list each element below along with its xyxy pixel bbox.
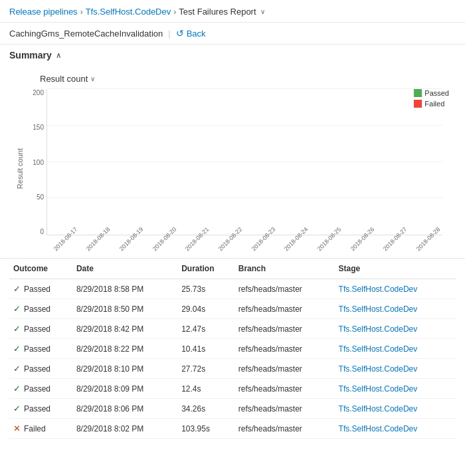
- col-stage: Stage: [335, 259, 456, 279]
- breadcrumb-sep1: ›: [80, 7, 83, 17]
- fail-icon: ✕: [13, 423, 21, 433]
- outcome-label-2: Passed: [24, 324, 50, 334]
- breadcrumb-part3: Test Failures Report: [179, 7, 256, 17]
- table-row: ✓Passed8/29/2018 8:58 PM25.73srefs/heads…: [9, 279, 456, 299]
- pass-icon: ✓: [13, 384, 21, 394]
- chart-title[interactable]: Result count ∨: [40, 74, 449, 84]
- cell-branch-7: refs/heads/master: [234, 419, 335, 439]
- cell-branch-4: refs/heads/master: [234, 359, 335, 379]
- cell-outcome-3: ✓Passed: [9, 339, 72, 359]
- cell-outcome-1: ✓Passed: [9, 299, 72, 319]
- pass-icon: ✓: [13, 344, 21, 354]
- cell-branch-5: refs/heads/master: [234, 379, 335, 399]
- pass-icon: ✓: [13, 364, 21, 374]
- breadcrumb-sep2: ›: [173, 7, 176, 17]
- cell-outcome-5: ✓Passed: [9, 379, 72, 399]
- cell-stage-3[interactable]: Tfs.SelfHost.CodeDev: [335, 339, 456, 359]
- chart-inner: Passed Failed 0 50 100 150 200: [27, 89, 449, 249]
- outcome-label-3: Passed: [24, 344, 50, 354]
- col-date: Date: [72, 259, 177, 279]
- pass-icon: ✓: [13, 324, 21, 334]
- cell-date-1: 8/29/2018 8:50 PM: [72, 299, 177, 319]
- cell-outcome-2: ✓Passed: [9, 319, 72, 339]
- y-axis-label: Result count: [16, 148, 24, 189]
- back-label: Back: [187, 29, 206, 39]
- cell-duration-3: 10.41s: [177, 339, 234, 359]
- summary-label: Summary: [9, 50, 52, 60]
- y-axis: 0 50 100 150 200: [27, 89, 46, 235]
- sub-header-divider: |: [168, 29, 170, 39]
- breadcrumb-part1[interactable]: Release pipelines: [9, 7, 78, 17]
- outcome-label-6: Passed: [24, 404, 50, 414]
- table-section: Outcome Date Duration Branch Stage ✓Pass…: [0, 259, 465, 439]
- outcome-label-5: Passed: [24, 384, 50, 394]
- cell-stage-7[interactable]: Tfs.SelfHost.CodeDev: [335, 419, 456, 439]
- y-tick-200: 200: [33, 89, 44, 96]
- cell-duration-5: 12.4s: [177, 379, 234, 399]
- cell-date-2: 8/29/2018 8:42 PM: [72, 319, 177, 339]
- cell-stage-6[interactable]: Tfs.SelfHost.CodeDev: [335, 399, 456, 419]
- pipeline-name: CachingGms_RemoteCacheInvalidation: [9, 29, 163, 39]
- cell-stage-4[interactable]: Tfs.SelfHost.CodeDev: [335, 359, 456, 379]
- chevron-up-icon: ∧: [56, 51, 61, 60]
- cell-date-5: 8/29/2018 8:09 PM: [72, 379, 177, 399]
- cell-date-3: 8/29/2018 8:22 PM: [72, 339, 177, 359]
- table-row: ✓Passed8/29/2018 8:06 PM34.26srefs/heads…: [9, 399, 456, 419]
- table-row: ✕Failed8/29/2018 8:02 PM103.95srefs/head…: [9, 419, 456, 439]
- pass-icon: ✓: [13, 304, 21, 314]
- table-row: ✓Passed8/29/2018 8:50 PM29.04srefs/heads…: [9, 299, 456, 319]
- table-row: ✓Passed8/29/2018 8:10 PM27.72srefs/heads…: [9, 359, 456, 379]
- cell-duration-0: 25.73s: [177, 279, 234, 299]
- back-icon: ↺: [176, 28, 184, 39]
- y-tick-150: 150: [33, 124, 44, 131]
- breadcrumb-part2[interactable]: Tfs.SelfHost.CodeDev: [86, 7, 171, 17]
- cell-branch-2: refs/heads/master: [234, 319, 335, 339]
- cell-duration-1: 29.04s: [177, 299, 234, 319]
- table-row: ✓Passed8/29/2018 8:42 PM12.47srefs/heads…: [9, 319, 456, 339]
- cell-duration-2: 12.47s: [177, 319, 234, 339]
- y-tick-50: 50: [37, 193, 44, 201]
- cell-duration-6: 34.26s: [177, 399, 234, 419]
- cell-duration-7: 103.95s: [177, 419, 234, 439]
- pass-icon: ✓: [13, 404, 21, 414]
- chart-plot: [46, 89, 442, 235]
- back-button[interactable]: ↺ Back: [176, 28, 206, 39]
- outcome-label-1: Passed: [24, 304, 50, 314]
- pass-icon: ✓: [13, 284, 21, 294]
- cell-branch-0: refs/heads/master: [234, 279, 335, 299]
- bars-container: [50, 89, 440, 235]
- cell-date-4: 8/29/2018 8:10 PM: [72, 359, 177, 379]
- outcome-label-0: Passed: [24, 285, 50, 294]
- y-tick-100: 100: [33, 159, 44, 166]
- x-labels: 2018-08-172018-08-182018-08-192018-08-20…: [46, 235, 442, 249]
- cell-date-0: 8/29/2018 8:58 PM: [72, 279, 177, 299]
- results-table: Outcome Date Duration Branch Stage ✓Pass…: [9, 259, 456, 439]
- cell-stage-2[interactable]: Tfs.SelfHost.CodeDev: [335, 319, 456, 339]
- summary-section: Summary ∧ Result count ∨ Result count Pa…: [0, 45, 465, 259]
- cell-outcome-7: ✕Failed: [9, 419, 72, 439]
- cell-outcome-6: ✓Passed: [9, 399, 72, 419]
- cell-outcome-4: ✓Passed: [9, 359, 72, 379]
- col-duration: Duration: [177, 259, 234, 279]
- cell-branch-1: refs/heads/master: [234, 299, 335, 319]
- cell-stage-5[interactable]: Tfs.SelfHost.CodeDev: [335, 379, 456, 399]
- cell-date-6: 8/29/2018 8:06 PM: [72, 399, 177, 419]
- summary-header[interactable]: Summary ∧: [9, 50, 456, 60]
- cell-date-7: 8/29/2018 8:02 PM: [72, 419, 177, 439]
- cell-outcome-0: ✓Passed: [9, 279, 72, 299]
- outcome-label-4: Passed: [24, 364, 50, 374]
- cell-stage-1[interactable]: Tfs.SelfHost.CodeDev: [335, 299, 456, 319]
- breadcrumb: Release pipelines › Tfs.SelfHost.CodeDev…: [9, 7, 265, 17]
- table-row: ✓Passed8/29/2018 8:09 PM12.4srefs/heads/…: [9, 379, 456, 399]
- table-header-row: Outcome Date Duration Branch Stage: [9, 259, 456, 279]
- outcome-label-7: Failed: [24, 424, 46, 433]
- cell-branch-6: refs/heads/master: [234, 399, 335, 419]
- cell-duration-4: 27.72s: [177, 359, 234, 379]
- col-outcome: Outcome: [9, 259, 72, 279]
- chart-title-dropdown-icon[interactable]: ∨: [90, 75, 95, 82]
- chart-wrapper: Result count Passed Failed 0 50: [16, 89, 449, 249]
- cell-stage-0[interactable]: Tfs.SelfHost.CodeDev: [335, 279, 456, 299]
- col-branch: Branch: [234, 259, 335, 279]
- sub-header: CachingGms_RemoteCacheInvalidation | ↺ B…: [0, 23, 465, 45]
- breadcrumb-dropdown-icon[interactable]: ∨: [260, 8, 265, 15]
